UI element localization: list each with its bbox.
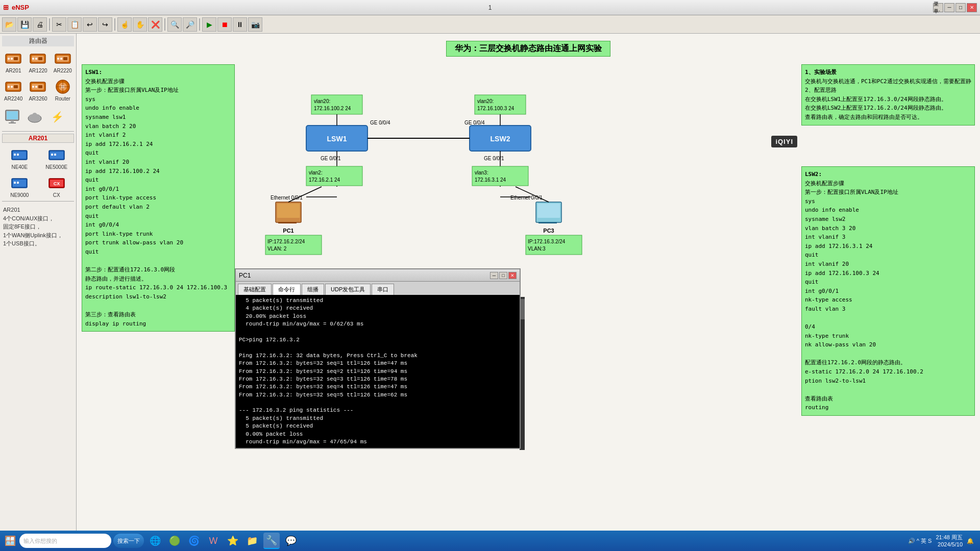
title-center: 1 bbox=[488, 4, 492, 11]
svg-text:GE 0/0/4: GE 0/0/4 bbox=[464, 120, 485, 126]
minimize-button[interactable]: ─ bbox=[944, 3, 954, 12]
toolbar-copy[interactable]: 📋 bbox=[67, 17, 82, 32]
menu-button[interactable]: 菜单· bbox=[933, 3, 943, 12]
svg-point-13 bbox=[60, 58, 62, 60]
sidebar-item-ne40e[interactable]: NE40E bbox=[2, 145, 37, 171]
taskbar-clock-date: 2024/5/10 bbox=[936, 541, 963, 548]
toolbar-save[interactable]: 💾 bbox=[17, 17, 32, 32]
taskbar-search-button[interactable]: 搜索一下 bbox=[113, 534, 144, 548]
cx-icon: CX bbox=[47, 174, 66, 192]
ne40e-icon bbox=[10, 146, 29, 164]
toolbar-play[interactable]: ▶ bbox=[202, 17, 216, 32]
main-layout: 路由器 AR201 AR1220 AR2220 bbox=[0, 34, 980, 536]
svg-text:172.16.100.2 24: 172.16.100.2 24 bbox=[314, 106, 351, 111]
taskbar-edge-icon[interactable]: 🌐 bbox=[147, 533, 163, 549]
taskbar-word-icon[interactable]: W bbox=[205, 533, 222, 549]
taskbar-explorer-icon[interactable]: 📁 bbox=[244, 533, 260, 549]
svg-rect-45 bbox=[54, 154, 56, 156]
tab-basic-config[interactable]: 基础配置 bbox=[238, 284, 272, 295]
iqiyi-badge: iQIYI bbox=[771, 136, 797, 147]
terminal-close[interactable]: ✕ bbox=[508, 272, 517, 279]
tab-multicast[interactable]: 组播 bbox=[302, 284, 324, 295]
sidebar-item-ar2240[interactable]: AR2240 bbox=[2, 77, 24, 103]
logo-icon: ⊞ bbox=[3, 4, 9, 11]
taskbar-tray-icons: 🔊 ^ 英 S bbox=[908, 537, 932, 545]
toolbar-redo[interactable]: ↪ bbox=[98, 17, 112, 32]
maximize-button[interactable]: □ bbox=[955, 3, 966, 12]
taskbar-notification-icon[interactable]: 🔔 bbox=[967, 538, 974, 544]
sidebar-item-ar3260[interactable]: AR3260 bbox=[27, 77, 49, 103]
svg-point-3 bbox=[11, 58, 13, 60]
terminal-line-2: 4 packet(s) received bbox=[239, 305, 517, 312]
terminal-minimize[interactable]: ─ bbox=[490, 272, 498, 279]
taskbar-search-placeholder[interactable]: 输入你想搜的 bbox=[23, 537, 57, 545]
sidebar-item-ar2220[interactable]: AR2220 bbox=[52, 48, 74, 74]
terminal-line-16: 5 packet(s) transmitted bbox=[239, 415, 517, 422]
network-svg: LSW1 LSW2 GE 0/0/4 GE 0/0/4 vlan20: 172.… bbox=[245, 64, 592, 268]
sidebar-item-ne9000[interactable]: NE9000 bbox=[2, 173, 37, 199]
terminal-titlebar: PC1 ─ □ ✕ bbox=[236, 269, 520, 282]
title-bar: ⊞ eNSP 1 菜单· ─ □ ✕ bbox=[0, 0, 980, 15]
terminal-titlebar-buttons: ─ □ ✕ bbox=[490, 272, 517, 279]
svg-rect-85 bbox=[278, 222, 297, 223]
taskbar-ensp-icon[interactable]: 🔧 bbox=[263, 533, 280, 549]
svg-text:CX: CX bbox=[53, 181, 60, 186]
svg-rect-44 bbox=[51, 154, 53, 156]
taskbar-clock: 21:48 周五 2024/5/10 bbox=[936, 534, 963, 548]
svg-rect-14 bbox=[63, 57, 67, 60]
toolbar-select[interactable]: ☝ bbox=[117, 17, 132, 32]
network-diagram: LSW1 LSW2 GE 0/0/4 GE 0/0/4 vlan20: 172.… bbox=[245, 64, 592, 268]
taskbar: 🪟 输入你想搜的 搜索一下 🌐 🟢 🌀 W ⭐ 📁 🔧 💬 🔊 ^ 英 S 21… bbox=[0, 531, 980, 551]
svg-rect-70 bbox=[306, 166, 362, 186]
svg-rect-95 bbox=[526, 235, 582, 255]
tab-command-line[interactable]: 命令行 bbox=[273, 284, 301, 295]
sidebar-item-power[interactable]: ⚡ bbox=[47, 107, 67, 127]
toolbar-capture[interactable]: 📷 bbox=[248, 17, 262, 32]
app-logo: ⊞ eNSP bbox=[3, 4, 29, 11]
toolbar-stop[interactable]: ⏹ bbox=[217, 17, 232, 32]
taskbar-star-icon[interactable]: ⭐ bbox=[225, 533, 241, 549]
taskbar-chrome-icon[interactable]: 🟢 bbox=[166, 533, 183, 549]
terminal-line-18: 0.00% packet loss bbox=[239, 431, 517, 438]
sidebar-item-cloud[interactable] bbox=[24, 107, 45, 127]
taskbar-windows-start[interactable]: 🪟 bbox=[2, 533, 18, 549]
toolbar-zoom-out[interactable]: 🔎 bbox=[183, 17, 197, 32]
tab-serial[interactable]: 串口 bbox=[372, 284, 394, 295]
cloud-icon bbox=[26, 108, 44, 126]
terminal-title: PC1 bbox=[239, 272, 251, 279]
sidebar-item-cx[interactable]: CX CX bbox=[39, 173, 75, 199]
tab-udp-tool[interactable]: UDP发包工具 bbox=[325, 284, 371, 295]
toolbar-undo[interactable]: ↩ bbox=[83, 17, 97, 32]
svg-point-37 bbox=[32, 113, 37, 118]
sidebar-item-ar201[interactable]: AR201 bbox=[2, 48, 24, 74]
svg-rect-92 bbox=[542, 218, 552, 222]
sidebar-item-pc[interactable] bbox=[2, 107, 22, 127]
terminal-line-13: From 172.16.3.2: bytes=32 seq=5 ttl=126 … bbox=[239, 391, 517, 399]
ar201-icon bbox=[4, 49, 22, 68]
toolbar-print[interactable]: 🖨 bbox=[33, 17, 47, 32]
router-icon bbox=[54, 78, 72, 96]
ne5000e-icon bbox=[47, 146, 66, 164]
terminal-maximize[interactable]: □ bbox=[499, 272, 507, 279]
toolbar-zoom-in[interactable]: 🔍 bbox=[167, 17, 182, 32]
ne9000-icon bbox=[10, 174, 29, 192]
sidebar-item-ne5000e[interactable]: NE5000E bbox=[39, 145, 75, 171]
ar3260-label: AR3260 bbox=[29, 96, 47, 102]
toolbar-pause[interactable]: ⏸ bbox=[233, 17, 247, 32]
taskbar-wechat-icon[interactable]: 💬 bbox=[283, 533, 299, 549]
toolbar-hand[interactable]: ✋ bbox=[133, 17, 147, 32]
sidebar-item-router[interactable]: Router bbox=[52, 77, 74, 103]
svg-text:GE 0/0/1: GE 0/0/1 bbox=[321, 156, 341, 161]
sidebar-item-ar1220[interactable]: AR1220 bbox=[27, 48, 49, 74]
terminal-line-20 bbox=[239, 446, 517, 448]
toolbar-cut[interactable]: ✂ bbox=[52, 17, 66, 32]
lsw1-config-box: LSW1: 交换机配置步骤第一步：配置接口所属VLAN及IP地址sysundo … bbox=[82, 64, 235, 332]
taskbar-ie-icon[interactable]: 🌀 bbox=[186, 533, 202, 549]
taskbar-search-box: 输入你想搜的 bbox=[19, 534, 111, 548]
svg-rect-40 bbox=[14, 154, 16, 156]
svg-rect-41 bbox=[17, 154, 19, 156]
ar3260-icon bbox=[29, 78, 47, 96]
close-button[interactable]: ✕ bbox=[967, 3, 977, 12]
toolbar-open[interactable]: 📂 bbox=[2, 17, 16, 32]
toolbar-delete[interactable]: ❌ bbox=[148, 17, 162, 32]
